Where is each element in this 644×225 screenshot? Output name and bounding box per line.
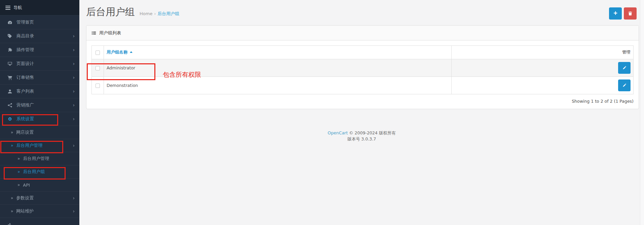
sidebar-brand: 导航 [13,5,22,11]
row-checkbox[interactable] [96,84,100,88]
sidebar-item-maintenance[interactable]: » 网站维护 › [0,205,79,218]
sidebar-item-system[interactable]: 系统设置 › [0,112,79,126]
page-header: 后台用户组 Home›后台用户组 + [79,0,644,25]
double-angle-icon: » [11,130,13,135]
puzzle-icon [7,47,13,53]
double-angle-icon: » [11,196,13,200]
delete-button[interactable] [624,7,637,20]
add-user-group-button[interactable]: + [609,7,622,20]
trash-icon [628,11,633,16]
user-group-name: Demonstration [107,83,138,88]
double-angle-icon: » [11,209,13,214]
sidebar-header[interactable]: 导航 [0,0,79,15]
table-row-administrator: Administrator [92,59,634,77]
sidebar-item-dashboard[interactable]: 管理首页 [0,15,79,29]
opencart-link[interactable]: OpenCart [328,130,348,135]
double-angle-icon: » [17,156,20,161]
double-angle-icon: » [17,183,20,187]
user-icon [7,89,13,94]
footer: OpenCart © 2009-2024 版权所有 版本号 3.0.3.7 [79,130,644,142]
sidebar-item-settings[interactable]: » 参数设置 › [0,192,79,205]
sidebar-item-user-groups[interactable]: » 后台用户组 [0,165,79,179]
sort-by-name-link[interactable]: 用户组名称 [107,50,128,55]
panel-body: 用户组名称 管理 Administrator [86,40,639,109]
user-group-list-panel: 用户组列表 用户组名称 管理 Administrator [86,25,639,109]
chevron-right-icon: › [73,61,75,66]
breadcrumb: Home›后台用户组 [140,11,179,17]
double-angle-icon: » [17,169,20,174]
table-header-row: 用户组名称 管理 [92,46,634,59]
pagination-status: Showing 1 to 2 of 2 (1 Pages) [91,99,634,104]
pencil-icon [622,66,627,70]
header-buttons: + [609,7,637,20]
sidebar-item-catalog[interactable]: 商品目录 › [0,29,79,43]
breadcrumb-current[interactable]: 后台用户组 [157,11,179,16]
sidebar-item-user-admin-sub[interactable]: » 后台用户管理 [0,152,79,165]
chevron-right-icon: › [73,47,75,52]
sidebar-item-customers[interactable]: 客户列表 › [0,85,79,98]
chevron-right-icon: › [73,143,75,148]
row-checkbox[interactable] [96,66,100,70]
desktop-icon [7,61,13,66]
chevron-right-icon: › [73,209,75,214]
table-row-demonstration: Demonstration [92,77,634,94]
action-column-label: 管理 [622,50,631,55]
sidebar-item-store-settings[interactable]: » 网店设置 [0,126,79,139]
chevron-right-icon: › [73,103,75,107]
breadcrumb-separator-icon: › [154,11,156,16]
pencil-icon [622,83,627,88]
main-content: 后台用户组 Home›后台用户组 + 用户组列表 [79,0,644,225]
user-group-name: Administrator [107,65,135,70]
double-angle-icon: » [11,143,13,148]
sidebar-item-marketing[interactable]: 营销推广 › [0,98,79,112]
chevron-right-icon: › [73,75,75,80]
cart-icon [7,75,13,80]
panel-heading-label: 用户组列表 [99,30,121,36]
sidebar-item-reports-partial[interactable] [0,218,79,225]
sort-asc-icon [130,51,132,53]
hamburger-icon [5,6,10,10]
page-title: 后台用户组 [86,5,135,19]
chevron-right-icon: › [73,89,75,94]
chevron-right-icon: › [73,196,75,200]
tags-icon [7,34,13,39]
sidebar-item-design[interactable]: 页面设计 › [0,57,79,71]
select-all-checkbox[interactable] [96,51,100,55]
sidebar: 导航 管理首页 商品目录 › 插件管理 › 页面设计 › 订单销售 › [0,0,79,225]
chevron-right-icon: › [73,117,75,121]
chevron-right-icon: › [73,34,75,38]
user-group-table: 用户组名称 管理 Administrator [91,45,634,94]
scrollbar[interactable] [640,0,644,225]
sidebar-item-user-admin[interactable]: » 后台用户管理 › [0,139,79,152]
edit-button[interactable] [618,79,631,91]
sidebar-item-sales[interactable]: 订单销售 › [0,71,79,85]
gear-icon [7,117,13,122]
dashboard-icon [7,20,13,25]
footer-version: 版本号 3.0.3.7 [79,136,644,142]
breadcrumb-home[interactable]: Home [140,11,152,16]
sidebar-item-api[interactable]: » API [0,179,79,192]
footer-copyright: OpenCart © 2009-2024 版权所有 [79,130,644,136]
share-icon [7,103,13,108]
list-icon [91,31,96,35]
edit-button[interactable] [618,62,631,74]
panel-heading: 用户组列表 [86,26,639,40]
bar-chart-icon [7,222,13,225]
sidebar-item-extensions[interactable]: 插件管理 › [0,43,79,57]
plus-icon: + [613,10,617,17]
